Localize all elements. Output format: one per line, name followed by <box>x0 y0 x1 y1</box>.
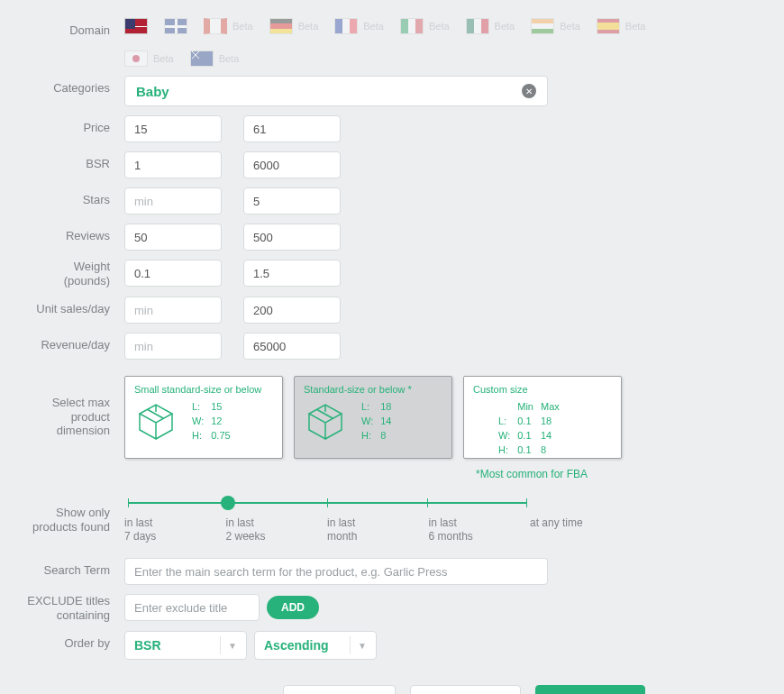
flag-es[interactable]: Beta <box>597 18 646 34</box>
beta-badge: Beta <box>429 21 450 32</box>
add-exclude-button[interactable]: ADD <box>267 596 319 619</box>
time-slider[interactable]: in last 7 days in last 2 weeks in last m… <box>124 502 530 543</box>
weight-max-input[interactable] <box>243 260 341 287</box>
dimension-values: L:15 W:12 H:0.75 <box>190 398 238 443</box>
categories-label: Categories <box>16 76 124 95</box>
fr-flag-icon <box>334 18 358 34</box>
stars-max-input[interactable] <box>243 187 341 215</box>
box-icon <box>304 399 347 443</box>
unit-sales-max-input[interactable] <box>243 297 341 324</box>
beta-badge: Beta <box>153 53 174 64</box>
exclude-label: EXCLUDE titles containing <box>16 594 124 622</box>
weight-min-input[interactable] <box>124 260 222 287</box>
dimension-card-small[interactable]: Small standard-size or below L:15 W:12 H… <box>124 376 283 459</box>
flag-jp[interactable]: Beta <box>124 50 174 67</box>
dimension-card-title: Standard-size or below * <box>304 384 442 395</box>
flag-it[interactable]: Beta <box>400 18 450 34</box>
stars-min-input[interactable] <box>124 187 222 215</box>
flag-in[interactable]: Beta <box>531 18 580 34</box>
order-by-label: Order by <box>16 631 124 650</box>
reviews-max-input[interactable] <box>243 224 341 251</box>
es-flag-icon <box>597 18 620 34</box>
dimension-values: L:18 W:14 H:8 <box>360 398 399 443</box>
search-term-input[interactable] <box>124 558 548 585</box>
categories-input[interactable]: Baby ✕ <box>124 76 548 106</box>
flag-uk[interactable] <box>164 18 187 34</box>
order-by-direction-select[interactable]: Ascending ▼ <box>254 631 377 660</box>
slider-labels: in last 7 days in last 2 weeks in last m… <box>124 516 530 543</box>
price-label: Price <box>16 115 124 134</box>
beta-badge: Beta <box>625 21 646 32</box>
show-only-label: Show only products found <box>16 493 124 534</box>
au-flag-icon <box>190 50 214 67</box>
flag-au[interactable]: Beta <box>190 50 240 67</box>
beta-badge: Beta <box>232 21 253 32</box>
dimension-card-custom[interactable]: Custom size MinMax L:0.118 W:0.114 H:0.1… <box>463 376 622 459</box>
weight-label: Weight (pounds) <box>16 260 124 288</box>
dimension-values: MinMax L:0.118 W:0.114 H:0.18 <box>497 398 567 458</box>
bsr-min-input[interactable] <box>124 151 222 178</box>
reset-all-button[interactable]: RESET ALL <box>410 685 521 694</box>
flag-mx[interactable]: Beta <box>466 18 515 34</box>
bsr-max-input[interactable] <box>243 151 341 178</box>
max-dimension-label: Select max product dimension <box>16 376 124 438</box>
dimension-card-title: Custom size <box>473 384 612 395</box>
price-max-input[interactable] <box>243 115 341 142</box>
us-flag-icon <box>124 18 148 34</box>
clear-all-button[interactable]: CLEAR ALL <box>283 685 396 694</box>
order-by-field-select[interactable]: BSR ▼ <box>124 631 247 660</box>
chevron-down-icon: ▼ <box>358 641 367 651</box>
revenue-label: Revenue/day <box>16 333 124 352</box>
domain-flags: Beta Beta Beta Beta Beta Beta Beta <box>124 18 645 34</box>
it-flag-icon <box>400 18 424 34</box>
price-min-input[interactable] <box>124 115 222 142</box>
ca-flag-icon <box>204 18 227 34</box>
reviews-label: Reviews <box>16 224 124 242</box>
flag-fr[interactable]: Beta <box>334 18 384 34</box>
chevron-down-icon: ▼ <box>228 641 237 651</box>
flag-us[interactable] <box>124 18 148 34</box>
beta-badge: Beta <box>298 21 319 32</box>
beta-badge: Beta <box>560 21 580 32</box>
flag-de[interactable]: Beta <box>269 18 319 34</box>
dimension-footnote: *Most common for FBA <box>296 468 768 480</box>
in-flag-icon <box>531 18 554 34</box>
unit-sales-label: Unit sales/day <box>16 297 124 315</box>
domain-label: Domain <box>16 18 124 37</box>
order-by-field-value: BSR <box>134 638 161 653</box>
dimension-card-title: Small standard-size or below <box>134 384 273 395</box>
beta-badge: Beta <box>219 53 240 64</box>
beta-badge: Beta <box>495 21 515 32</box>
search-term-label: Search Term <box>16 558 124 577</box>
dimension-card-standard[interactable]: Standard-size or below * L:18 W:14 H:8 <box>294 376 452 459</box>
de-flag-icon <box>269 18 293 34</box>
flag-ca[interactable]: Beta <box>204 18 253 34</box>
bsr-label: BSR <box>16 151 124 170</box>
unit-sales-min-input[interactable] <box>124 297 222 324</box>
categories-value: Baby <box>136 84 169 99</box>
order-by-direction-value: Ascending <box>264 638 329 653</box>
jp-flag-icon <box>124 50 148 67</box>
beta-badge: Beta <box>363 21 384 32</box>
exclude-title-input[interactable] <box>124 594 260 621</box>
uk-flag-icon <box>164 18 187 34</box>
mx-flag-icon <box>466 18 489 34</box>
stars-label: Stars <box>16 187 124 206</box>
clear-category-icon[interactable]: ✕ <box>522 84 536 98</box>
search-button[interactable]: SEARCH <box>535 685 644 694</box>
reviews-min-input[interactable] <box>124 224 222 251</box>
box-icon <box>134 399 178 443</box>
revenue-min-input[interactable] <box>124 333 222 360</box>
revenue-max-input[interactable] <box>243 333 341 360</box>
slider-handle[interactable] <box>221 496 235 510</box>
